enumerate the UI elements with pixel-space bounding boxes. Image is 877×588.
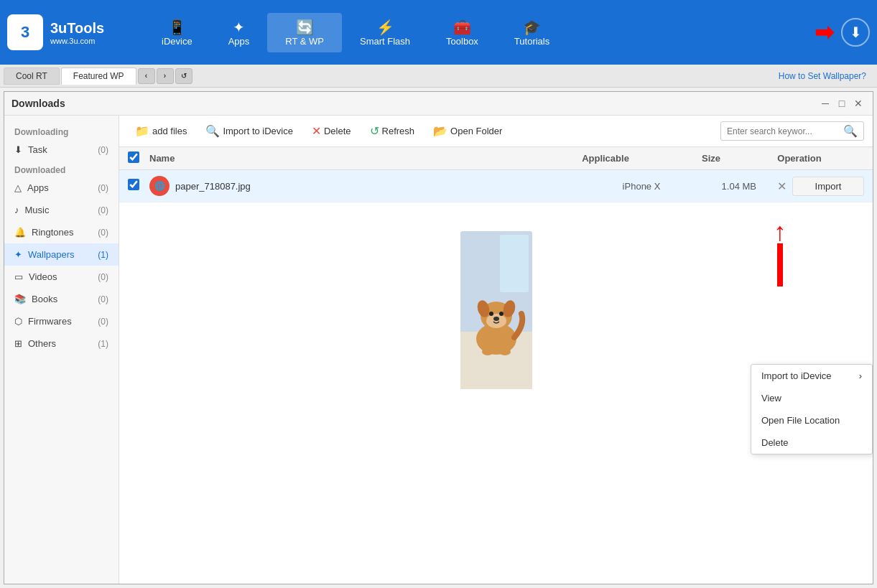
context-menu-open-location[interactable]: Open File Location [751,409,872,431]
nav-idevice[interactable]: 📱 iDevice [144,13,210,52]
window-close-button[interactable]: ✕ [851,96,866,111]
row-size: 1.04 MB [699,181,771,192]
header-checkbox-col [128,151,149,165]
header-operation: Operation [735,153,864,164]
delete-button[interactable]: ✕ Delete [305,121,358,141]
wallpapers-count: (1) [98,250,108,260]
red-arrow-annotation: ↑ [774,217,786,286]
select-all-checkbox[interactable] [128,151,139,163]
rtwp-label: RT & WP [285,36,324,47]
top-navbar: 3 3uTools www.3u.com 📱 iDevice ✦ Apps 🔄 … [0,0,877,65]
tab-back-button[interactable]: ‹ [138,68,155,84]
sidebar-item-apps[interactable]: △ Apps (0) [4,177,119,199]
header-name: Name [149,153,548,164]
idevice-icon: 📱 [168,19,186,36]
apps-label: Apps [228,36,250,47]
tab-featuredwp[interactable]: Featured WP [61,67,136,85]
tutorials-icon: 🎓 [523,19,541,36]
books-icon: 📚 [14,294,26,304]
row-checkbox[interactable] [128,179,139,190]
nav-items: 📱 iDevice ✦ Apps 🔄 RT & WP ⚡ Smart Flash… [144,13,815,52]
search-icon: 🔍 [843,124,858,138]
toolbox-icon: 🧰 [453,19,471,36]
add-files-button[interactable]: 📁 add files [128,121,194,141]
apps-sidebar-label: Apps [27,182,49,193]
firmwares-icon: ⬡ [14,316,22,327]
search-input[interactable] [727,126,843,136]
header-applicable: Applicable [548,153,663,164]
table-header: Name Applicable Size Operation [119,147,873,170]
apps-sidebar-icon: △ [14,182,22,193]
logo-text: 3uTools www.3u.com [50,20,104,45]
smartflash-icon: ⚡ [376,19,394,36]
window-titlebar: Downloads ─ □ ✕ [4,92,873,116]
brand-name: 3uTools [50,20,104,37]
window-body: Downloading ⬇ Task (0) Downloaded △ Apps… [4,116,873,584]
videos-label: Videos [29,271,57,282]
window-minimize-button[interactable]: ─ [818,96,832,111]
tutorials-label: Tutorials [514,36,549,47]
svg-point-11 [482,348,493,355]
window-restore-button[interactable]: □ [835,96,849,111]
sidebar-item-ringtones[interactable]: 🔔 Ringtones (0) [4,221,119,243]
file-type-icon: 🌐 [149,176,170,196]
window-title: Downloads [11,98,816,109]
others-label: Others [28,338,56,349]
smartflash-label: Smart Flash [360,36,410,47]
firmwares-count: (0) [98,317,108,327]
wallpaper-help-link[interactable]: How to Set Wallpaper? [779,71,873,81]
books-count: (0) [98,294,108,304]
music-count: (0) [98,205,108,215]
folder-icon: 📂 [433,124,447,138]
wallpapers-label: Wallpapers [28,249,75,260]
context-menu-view[interactable]: View [751,387,872,409]
nav-tutorials[interactable]: 🎓 Tutorials [496,13,567,52]
svg-point-12 [499,348,511,355]
content-area: 📁 add files 🔍 Import to iDevice ✕ Delete… [119,116,873,584]
header-size: Size [663,153,735,164]
downloaded-section-label: Downloaded [4,161,119,177]
row-close-button[interactable]: ✕ [771,179,792,193]
tab-refresh-button[interactable]: ↺ [175,68,192,84]
sidebar-item-music[interactable]: ♪ Music (0) [4,199,119,221]
nav-right: ➡ ⬇ [815,18,870,47]
context-menu-import[interactable]: Import to iDevice › [751,365,872,387]
search-box[interactable]: 🔍 [720,121,864,141]
sidebar-item-firmwares[interactable]: ⬡ Firmwares (0) [4,310,119,332]
nav-toolbox[interactable]: 🧰 Toolbox [428,13,496,52]
sidebar-item-books[interactable]: 📚 Books (0) [4,288,119,310]
svg-rect-1 [500,235,529,292]
sidebar-item-wallpapers[interactable]: ✦ Wallpapers (1) [4,243,119,266]
nav-rtwp[interactable]: 🔄 RT & WP [267,13,342,52]
task-icon: ⬇ [14,144,22,155]
import-icon: 🔍 [205,124,220,138]
refresh-button[interactable]: ↺ Refresh [363,121,422,141]
sidebar-item-videos[interactable]: ▭ Videos (0) [4,266,119,288]
ringtones-icon: 🔔 [14,227,26,238]
apps-sidebar-count: (0) [98,183,108,193]
row-applicable: iPhone X [584,181,699,192]
tab-coolrt[interactable]: Cool RT [4,67,60,85]
apps-icon: ✦ [233,19,245,36]
tab-forward-button[interactable]: › [157,68,174,84]
svg-point-10 [493,317,499,321]
music-icon: ♪ [14,205,19,215]
arrow-right-annotation: ➡ [815,19,834,46]
import-button[interactable]: Import [792,177,864,196]
open-folder-button[interactable]: 📂 Open Folder [426,121,509,141]
nav-apps[interactable]: ✦ Apps [210,13,268,52]
row-filename: paper_718087.jpg [175,181,251,192]
firmwares-label: Firmwares [28,316,72,327]
idevice-label: iDevice [162,36,192,47]
download-button[interactable]: ⬇ [841,18,870,47]
import-to-idevice-button[interactable]: 🔍 Import to iDevice [198,121,300,141]
context-menu-delete[interactable]: Delete [751,431,872,454]
nav-smartflash[interactable]: ⚡ Smart Flash [342,13,428,52]
rtwp-icon: 🔄 [296,19,314,36]
sidebar-item-others[interactable]: ⊞ Others (1) [4,332,119,355]
ringtones-count: (0) [98,228,108,238]
refresh-icon: ↺ [370,124,379,138]
sidebar-item-task[interactable]: ⬇ Task (0) [4,139,119,161]
books-label: Books [32,294,57,304]
svg-point-8 [489,312,493,316]
